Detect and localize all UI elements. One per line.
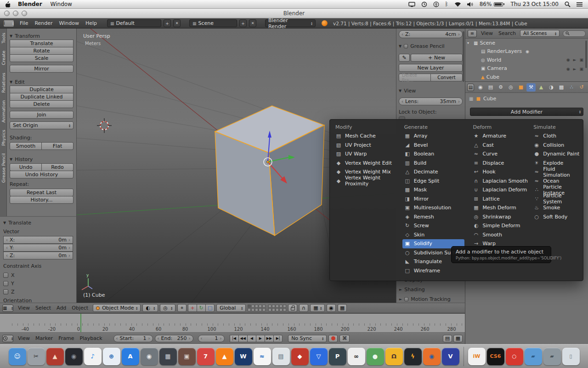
convert-button[interactable]: Convert [430,74,463,81]
dock-icon[interactable]: ϟ [404,348,422,365]
outliner-row[interactable]: ▲ Cube [465,73,588,81]
modifier-menu-item[interactable]: ◢Bevel [402,141,465,150]
dock-icon[interactable]: 7 [197,348,215,365]
timeline-menu-item[interactable]: View [15,335,33,341]
tool-button[interactable]: Delete [10,100,74,108]
keying-set-button[interactable]: ⌘ [339,335,350,342]
info-menu-item[interactable]: Help [82,20,100,26]
battery-indicator[interactable]: 86% [480,1,505,7]
viewport-menu-item[interactable]: Object [69,305,91,311]
modifier-menu-item[interactable]: ▥Build [402,159,465,168]
properties-tab[interactable]: ▩ [557,83,566,92]
properties-editor-type-button[interactable]: ▤ [467,84,474,91]
modifier-menu-item[interactable]: ◐Simple Deform [471,221,531,230]
add-layout-button[interactable]: + [164,19,171,27]
close-layout-button[interactable]: ✕ [173,19,181,27]
eye-icon[interactable]: ◉ [566,67,570,71]
dock-icon[interactable]: ☺ [9,348,26,365]
outliner-scope-dropdown[interactable]: All Scenes▴▾ [520,30,560,37]
tool-button[interactable]: Translate [10,40,74,47]
modifier-menu-item[interactable]: ♨Smoke [531,203,581,213]
panel-header-shading[interactable]: ►Shading [399,286,425,293]
timeline-option-button[interactable]: ▦ [453,335,463,342]
panel-header-translate[interactable]: ▼Translate [3,219,73,227]
modifier-menu-item[interactable]: ◧Boolean [402,150,465,159]
dock-icon[interactable]: A [122,348,139,365]
modifier-menu-item[interactable]: ◆Vertex Weight Edit [334,159,402,168]
outliner-row[interactable]: ▤ RenderLayers ◉ [465,47,588,56]
axis-checkbox[interactable] [3,289,8,294]
repeat-last-button[interactable]: Repeat Last [10,189,74,196]
opengl-render-button[interactable]: ◉ [327,304,336,312]
dock-icon[interactable]: ▽ [310,348,328,365]
undo-button[interactable]: Undo [10,163,42,171]
add-modifier-dropdown[interactable]: Add Modifier ▴▾ [470,108,583,116]
modifier-menu-item[interactable]: ↩Hook [471,167,531,177]
modifier-menu-item[interactable]: ◆Vertex Weight Proximity [334,177,402,186]
modifier-menu-item[interactable]: ◈Remesh [402,213,465,222]
outliner-menu-item[interactable]: Search [496,30,519,36]
modifier-menu-item[interactable]: ▧UV Project [334,141,402,150]
sync-dropdown[interactable]: No Sync▴▾ [288,335,327,342]
dock-icon[interactable]: P [329,348,346,365]
properties-tab[interactable]: ↺ [577,83,586,92]
layers-widget-right[interactable] [268,305,286,311]
properties-tab[interactable]: ∴ [567,83,576,92]
modifier-menu-item[interactable]: ↻Screw [402,221,465,230]
scene-selector[interactable]: ▦ Scene [189,19,237,27]
dock-icon[interactable]: ▦ [159,348,177,365]
frame-start-field[interactable]: ‹Start:1› [113,335,153,342]
set-origin-dropdown[interactable]: Set Origin▴▾ [10,121,74,129]
dock-icon[interactable]: ▰ [525,348,542,365]
vector-field[interactable]: ‹X:0m› [3,236,73,244]
properties-tab[interactable]: ◑ [547,83,556,92]
join-button[interactable]: Join [10,111,74,119]
dock-icon[interactable]: ▰ [543,348,561,365]
modifier-menu-item[interactable]: ◠Smooth [471,230,531,240]
spotlight-icon[interactable] [565,1,571,7]
manipulator-mode-button[interactable]: ↻ [197,304,206,312]
add-scene-button[interactable]: + [239,19,247,27]
dock-icon[interactable]: ♪ [84,348,102,365]
undo-history-button[interactable]: Undo History [10,171,74,178]
dock-icon[interactable]: ○ [506,348,523,365]
manipulator-mode-button[interactable]: □ [205,304,215,312]
toolshelf-tab[interactable]: Grease Pencil [0,150,6,186]
panel-header-view[interactable]: ▼View [399,87,463,95]
modifier-menu-item[interactable]: ★Armature [471,132,531,141]
close-scene-button[interactable]: ✕ [249,19,256,27]
axis-checkbox[interactable] [3,273,8,278]
modifier-menu-item[interactable]: ∩Laplacian Smooth [471,177,531,186]
properties-tab[interactable]: ▤ [486,83,495,92]
mode-dropdown[interactable]: Object Mode ▴▾ [93,304,141,312]
render-engine-dropdown[interactable]: Blender Render ▴▾ [265,19,316,27]
modifier-menu-item[interactable]: ◉Collision [531,141,581,150]
redo-button[interactable]: Redo [41,163,74,171]
menubar-clock[interactable]: Thu 23 Oct 15:00 [510,1,559,7]
viewport-shading-dropdown[interactable]: ◐▴▾ [142,304,158,312]
close-window-button[interactable] [4,11,10,16]
modifier-menu-item[interactable]: ∵Particle System [531,195,581,204]
panel-header-edit[interactable]: ▼Edit [10,78,74,86]
dock-icon[interactable]: ✂ [28,348,45,365]
outliner-search-field[interactable] [563,30,586,37]
modifier-menu-item[interactable]: ≡Displace [471,159,531,168]
current-frame-field[interactable]: ‹1› [198,335,225,342]
playback-button[interactable]: ▶▶ [265,335,274,342]
selectable-icon[interactable]: ► [573,67,577,71]
delete-frame-button[interactable]: Delete Fra... [399,74,431,81]
dock-icon[interactable]: ▲ [216,348,233,365]
properties-tab[interactable]: ◉ [476,83,485,92]
mirror-button[interactable]: Mirror [10,65,74,73]
toolshelf-tab[interactable]: Tools [0,29,6,46]
dock-icon[interactable]: CS6 [487,348,504,365]
render-icon[interactable]: ▣ [579,67,583,71]
modifier-menu-item[interactable]: △Cast [471,141,531,150]
modifier-menu-item[interactable]: ≈Cloth [531,132,581,141]
display-icon[interactable] [408,2,415,7]
bluetooth-icon[interactable]: ᛒ [445,1,448,7]
timeline-canvas[interactable]: -40-200204060801001201401601802002202402… [0,314,465,333]
motion-tracking-checkbox[interactable] [404,297,408,301]
modifier-menu-item[interactable]: □Wireframe [402,266,465,276]
timeline-menu-item[interactable]: Frame [56,335,77,341]
